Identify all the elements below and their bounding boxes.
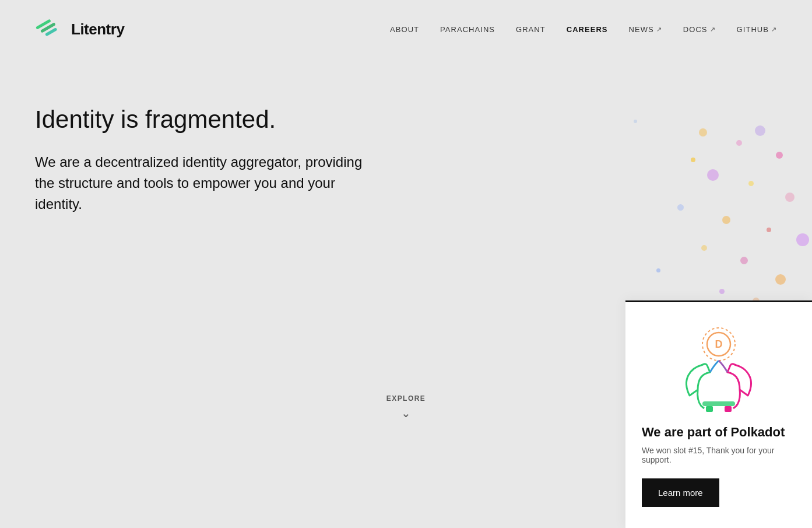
popup-card-description: We won slot #15, Thank you for your supp… (642, 446, 796, 464)
popup-card-image: D (642, 320, 796, 413)
polkadot-illustration: D (672, 320, 765, 413)
svg-text:D: D (715, 338, 723, 350)
nav-grant[interactable]: GRANT (516, 25, 546, 34)
nav-careers[interactable]: CAREERS (567, 25, 608, 34)
nav-about[interactable]: ABOUT (390, 25, 419, 34)
chevron-down-icon: ⌄ (401, 406, 411, 420)
svg-rect-7 (706, 406, 713, 412)
svg-rect-8 (725, 406, 732, 412)
logo-text: Litentry (71, 20, 124, 39)
popup-card: D We are part of Polkadot We won slot #1… (625, 300, 812, 528)
navbar: Litentry ABOUT PARACHAINS GRANT CAREERS … (0, 0, 812, 58)
svg-rect-6 (702, 401, 735, 406)
learn-more-button[interactable]: Learn more (642, 478, 719, 507)
nav-github[interactable]: GITHUB ↗ (737, 25, 777, 34)
nav-parachains[interactable]: PARACHAINS (440, 25, 495, 34)
nav-news[interactable]: NEWS ↗ (629, 25, 662, 34)
logo-icon (35, 15, 64, 44)
external-link-icon: ↗ (656, 26, 662, 33)
external-link-icon: ↗ (710, 26, 716, 33)
nav-docs[interactable]: DOCS ↗ (683, 25, 716, 34)
explore-section[interactable]: EXPLORE ⌄ (386, 394, 426, 420)
nav-links: ABOUT PARACHAINS GRANT CAREERS NEWS ↗ DO… (390, 25, 777, 34)
popup-card-title: We are part of Polkadot (642, 425, 796, 440)
logo[interactable]: Litentry (35, 15, 124, 44)
explore-label: EXPLORE (386, 394, 426, 403)
external-link-icon: ↗ (771, 26, 777, 33)
hero-subtitle: We are a decentralized identity aggregat… (35, 152, 385, 215)
